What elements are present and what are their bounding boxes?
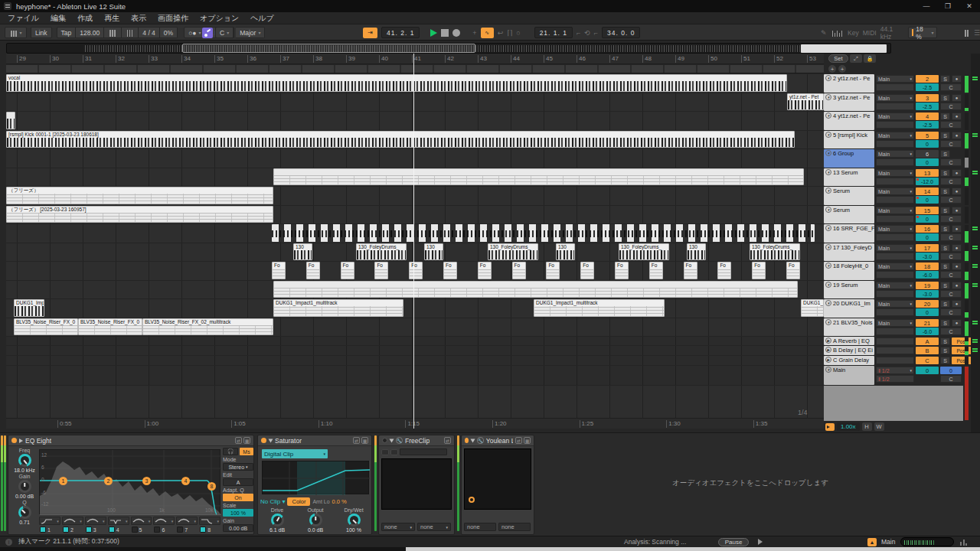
return-letter[interactable]: A bbox=[916, 337, 939, 345]
arm-button[interactable]: ● bbox=[952, 300, 962, 308]
menu-item[interactable]: ヘルプ bbox=[250, 13, 274, 24]
solo-button[interactable]: S bbox=[940, 94, 950, 102]
post-toggle[interactable]: Post bbox=[952, 337, 972, 345]
track-lane[interactable] bbox=[6, 356, 824, 366]
track-lane[interactable]: vocal bbox=[6, 74, 824, 93]
pan-control[interactable]: C bbox=[940, 271, 962, 279]
clip[interactable]: Fo bbox=[786, 262, 800, 279]
output-routing-select[interactable]: Main▾ bbox=[876, 169, 914, 177]
track-fold-icon[interactable]: ▾ bbox=[825, 319, 831, 325]
track-fold-icon[interactable]: ▾ bbox=[825, 187, 831, 194]
arm-button[interactable]: ● bbox=[952, 187, 962, 195]
clip[interactable]: Fo bbox=[684, 262, 697, 279]
output-routing-select[interactable]: Main▾ bbox=[876, 300, 914, 308]
plugin-param1-select[interactable]: none bbox=[464, 523, 496, 531]
device-fold-icon[interactable] bbox=[19, 439, 23, 443]
menu-item[interactable]: 作成 bbox=[77, 13, 93, 24]
track-fold-icon[interactable]: ▾ bbox=[825, 94, 831, 100]
routing-sub-box[interactable] bbox=[876, 328, 914, 335]
eq-band[interactable]: ▾3 bbox=[85, 517, 106, 535]
pan-control[interactable]: C bbox=[940, 158, 962, 166]
track-number[interactable]: 17 bbox=[916, 244, 939, 252]
track-volume[interactable]: -3.0 bbox=[916, 253, 939, 260]
track-header[interactable]: ▾13 SerumMain▾13-12.0S●C bbox=[824, 168, 971, 187]
scrub-area[interactable] bbox=[6, 65, 824, 73]
track-name[interactable]: ▾Main bbox=[824, 366, 874, 385]
track-volume[interactable]: -12.0 bbox=[916, 178, 939, 185]
track-header[interactable]: ▾SerumMain▾150S●C bbox=[824, 206, 971, 224]
track-name[interactable]: ▶C Grain Delay bbox=[824, 356, 874, 365]
device-on-led[interactable] bbox=[465, 438, 469, 443]
tempo-field[interactable]: 128.00 bbox=[76, 27, 104, 38]
eq-band-toggle[interactable] bbox=[177, 527, 183, 533]
saturator-curve-select[interactable]: Digital Clip▾ bbox=[262, 449, 328, 458]
eq-q-knob[interactable] bbox=[18, 506, 31, 519]
track-header[interactable]: ▾17 130_FoleyDMain▾17-3.0S●C bbox=[824, 243, 971, 262]
solo-button[interactable]: S bbox=[940, 207, 950, 214]
follow-icon[interactable] bbox=[825, 423, 835, 431]
track-lane[interactable] bbox=[6, 281, 824, 299]
output-routing-select[interactable]: Main▾ bbox=[876, 150, 914, 158]
track-lane[interactable] bbox=[6, 149, 824, 168]
track-volume[interactable]: -6.0 bbox=[916, 328, 939, 335]
save-preset-icon[interactable]: ▦ bbox=[524, 437, 531, 444]
clip[interactable] bbox=[272, 224, 815, 242]
track-number[interactable]: 2 bbox=[916, 75, 939, 83]
pan-control[interactable]: C bbox=[940, 308, 962, 316]
clip[interactable] bbox=[273, 281, 798, 298]
output-routing-select[interactable]: Main▾ bbox=[876, 75, 914, 83]
track-name[interactable]: ▾19 Serum bbox=[824, 281, 874, 298]
track-volume[interactable]: 0 bbox=[916, 140, 939, 148]
eq-freq-knob[interactable] bbox=[18, 454, 31, 467]
plugin-param2-select[interactable]: none bbox=[498, 523, 531, 531]
midi-map-button[interactable]: MIDI bbox=[863, 29, 877, 37]
routing-sub-box[interactable] bbox=[876, 215, 914, 223]
width-button[interactable]: W bbox=[874, 422, 884, 431]
solo-button[interactable]: S bbox=[940, 347, 950, 354]
hot-swap-icon[interactable]: ⇄ bbox=[353, 437, 360, 444]
plugin-panel[interactable] bbox=[464, 448, 531, 510]
link-button[interactable]: Link bbox=[31, 27, 52, 38]
track-number[interactable]: 14 bbox=[916, 187, 939, 195]
track-name[interactable]: ▾5 [rsmpl] Kick bbox=[824, 131, 874, 148]
clip[interactable]: DUKG1_Impact1_multitrack bbox=[273, 299, 403, 317]
track-name[interactable]: ▶B Delay | EQ Ei bbox=[824, 346, 874, 355]
clip[interactable]: 130_FoleyDrums_ bbox=[488, 243, 538, 260]
loop-button[interactable]: ⟲ bbox=[584, 29, 590, 37]
eq-filter-point[interactable]: 3 bbox=[142, 477, 151, 485]
main-volume[interactable]: 0 bbox=[916, 367, 939, 374]
track-number[interactable]: 21 bbox=[916, 319, 939, 327]
clip[interactable] bbox=[273, 168, 804, 185]
routing-sub-box[interactable] bbox=[876, 308, 914, 316]
eq-band-toggle[interactable] bbox=[63, 527, 69, 533]
device-on-led[interactable] bbox=[261, 438, 266, 443]
return-letter[interactable]: C bbox=[916, 357, 939, 364]
eq-edit-button[interactable]: A bbox=[223, 478, 253, 486]
overview-view-box[interactable] bbox=[182, 44, 475, 53]
key-root-menu[interactable]: C bbox=[215, 27, 234, 38]
eq-band[interactable]: ▾4 bbox=[108, 517, 129, 535]
device-on-led[interactable] bbox=[11, 438, 17, 443]
output-routing-select[interactable]: Main▾ bbox=[876, 207, 914, 214]
arrangement-position[interactable]: 41. 2. 1 bbox=[381, 27, 420, 38]
hot-swap-icon[interactable]: ⇄ bbox=[515, 437, 522, 444]
arm-button[interactable]: ● bbox=[952, 262, 962, 270]
track-name[interactable]: ▾3 yt1z.net - Pe bbox=[824, 93, 874, 111]
groove-amount-field[interactable]: 0% bbox=[160, 27, 178, 38]
device-fold-icon[interactable] bbox=[390, 439, 394, 442]
eq-band-shape-select[interactable]: ▾ bbox=[85, 517, 106, 525]
eq-output-gain-field[interactable]: 0.00 dB bbox=[223, 524, 253, 532]
arm-button[interactable]: ● bbox=[952, 282, 962, 289]
track-fold-icon[interactable]: ▾ bbox=[825, 262, 831, 269]
output-routing-select[interactable]: Main▾ bbox=[876, 244, 914, 252]
track-header[interactable]: ▾18 FoleyHit_0Main▾18-6.0S●C bbox=[824, 262, 971, 281]
track-volume[interactable]: -6.0 bbox=[916, 271, 939, 279]
clip[interactable]: 130 bbox=[424, 243, 443, 260]
track-number[interactable]: 18 bbox=[916, 262, 939, 270]
nudge-down-button[interactable] bbox=[104, 27, 122, 38]
routing-sub-box[interactable] bbox=[876, 253, 914, 260]
pan-control[interactable]: C bbox=[940, 290, 962, 298]
track-header[interactable]: ▾SerumMain▾140S●C bbox=[824, 187, 971, 206]
routing-sub-box[interactable] bbox=[876, 103, 914, 110]
solo-button[interactable]: S bbox=[940, 112, 950, 120]
